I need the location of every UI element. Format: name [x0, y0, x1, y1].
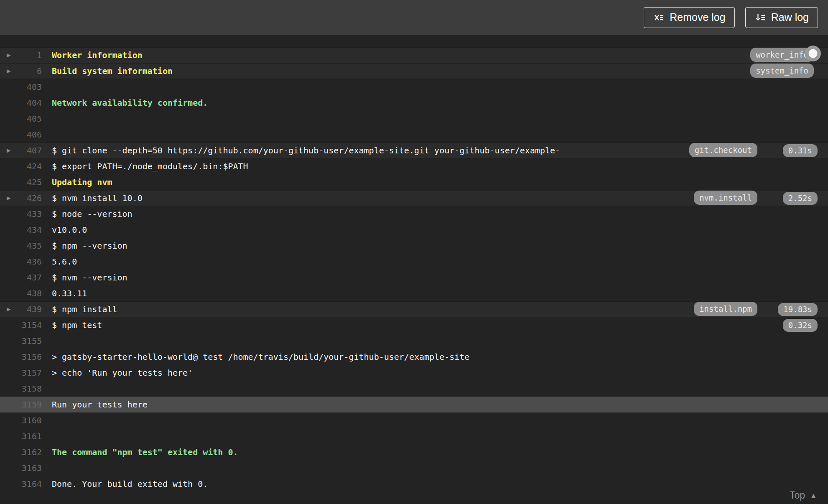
fold-name-badge: nvm.install	[694, 191, 757, 205]
line-number[interactable]: 407	[0, 145, 42, 155]
fold-name-badge: worker_info	[750, 48, 814, 62]
log-text: Network availability confirmed.	[52, 98, 828, 108]
log-line: 403	[0, 79, 828, 95]
fold-toggle-icon[interactable]: ▶	[7, 306, 11, 313]
line-number[interactable]: 404	[0, 98, 42, 108]
log-line: 424$ export PATH=./node_modules/.bin:$PA…	[0, 158, 828, 174]
log-line: 3155	[0, 333, 828, 349]
line-number[interactable]: 3163	[0, 463, 42, 473]
log-text: Updating nvm	[52, 177, 828, 187]
line-number[interactable]: 439	[0, 304, 42, 314]
duration-badge: 0.32s	[783, 319, 818, 332]
line-number[interactable]: 405	[0, 114, 42, 124]
log-line: 425Updating nvm	[0, 174, 828, 190]
log-text: Build system information	[52, 66, 750, 76]
log-line: 3158	[0, 381, 828, 397]
log-line: 405	[0, 111, 828, 127]
raw-log-label: Raw log	[771, 11, 809, 23]
log-view: ▶1Worker informationworker_info▶6Build s…	[0, 35, 828, 492]
line-number[interactable]: 3157	[0, 368, 42, 378]
line-number[interactable]: 3164	[0, 479, 42, 489]
log-line: 3157> echo 'Run your tests here'	[0, 365, 828, 381]
log-text: v10.0.0	[52, 225, 828, 235]
log-line: 437$ nvm --version	[0, 270, 828, 285]
log-line: 3159Run your tests here	[0, 397, 828, 412]
log-line[interactable]: ▶1Worker informationworker_info	[0, 47, 828, 63]
log-line: 3164Done. Your build exited with 0.	[0, 476, 828, 492]
log-line: 3154$ npm test0.32s	[0, 317, 828, 333]
line-number[interactable]: 436	[0, 257, 42, 267]
log-line: 3162The command "npm test" exited with 0…	[0, 444, 828, 460]
line-number[interactable]: 435	[0, 241, 42, 251]
line-number[interactable]: 403	[0, 82, 42, 92]
log-text: Done. Your build exited with 0.	[52, 479, 828, 489]
duration-badge: 0.31s	[783, 144, 818, 157]
remove-log-icon	[653, 12, 664, 23]
top-link[interactable]: Top ▲	[790, 490, 817, 501]
line-number[interactable]: 3156	[0, 352, 42, 362]
line-number[interactable]: 426	[0, 193, 42, 203]
log-text: $ git clone --depth=50 https://github.co…	[52, 145, 689, 155]
remove-log-button[interactable]: Remove log	[644, 7, 734, 28]
log-line: 404Network availability confirmed.	[0, 95, 828, 111]
scroll-indicator-thumb	[809, 49, 818, 58]
log-line: 3163	[0, 460, 828, 476]
fold-toggle-icon[interactable]: ▶	[7, 147, 11, 154]
toolbar: Remove log Raw log	[0, 0, 828, 35]
log-line: 4365.6.0	[0, 254, 828, 270]
log-line[interactable]: ▶439$ npm installinstall.npm19.83s	[0, 301, 828, 317]
log-text: > echo 'Run your tests here'	[52, 368, 828, 378]
log-line[interactable]: ▶407$ git clone --depth=50 https://githu…	[0, 143, 828, 158]
line-number[interactable]: 437	[0, 272, 42, 283]
log-text: > gatsby-starter-hello-world@ test /home…	[52, 352, 828, 362]
remove-log-label: Remove log	[670, 11, 725, 23]
log-text: $ nvm install 10.0	[52, 193, 694, 203]
line-number[interactable]: 3158	[0, 384, 42, 394]
log-text: $ export PATH=./node_modules/.bin:$PATH	[52, 161, 828, 171]
fold-name-badge: system_info	[750, 64, 814, 78]
fold-toggle-icon[interactable]: ▶	[7, 195, 11, 201]
line-number[interactable]: 434	[0, 225, 42, 235]
fold-toggle-icon[interactable]: ▶	[7, 52, 11, 59]
log-line: 3160	[0, 412, 828, 428]
fold-name-badge: install.npm	[694, 302, 757, 316]
line-number[interactable]: 1	[0, 50, 42, 60]
raw-log-button[interactable]: Raw log	[745, 7, 818, 28]
log-line[interactable]: ▶426$ nvm install 10.0nvm.install2.52s	[0, 190, 828, 206]
fold-name-badge: git.checkout	[689, 143, 757, 157]
line-number[interactable]: 3162	[0, 447, 42, 457]
log-line: 3156> gatsby-starter-hello-world@ test /…	[0, 349, 828, 365]
log-text: 0.33.11	[52, 288, 828, 298]
log-line[interactable]: ▶6Build system informationsystem_info	[0, 63, 828, 79]
line-number[interactable]: 433	[0, 209, 42, 219]
log-line: 4380.33.11	[0, 285, 828, 301]
log-text: $ npm test	[52, 320, 772, 330]
log-text: $ nvm --version	[52, 272, 828, 283]
line-number[interactable]: 3160	[0, 415, 42, 425]
log-line: 435$ npm --version	[0, 238, 828, 254]
duration-badge: 2.52s	[783, 192, 818, 205]
log-text: The command "npm test" exited with 0.	[52, 447, 828, 457]
log-text: 5.6.0	[52, 257, 828, 267]
log-line: 433$ node --version	[0, 206, 828, 222]
line-number[interactable]: 3154	[0, 320, 42, 330]
line-number[interactable]: 3161	[0, 431, 42, 441]
line-number[interactable]: 3155	[0, 336, 42, 346]
log-line: 3161	[0, 428, 828, 444]
scroll-to-top-icon: ▲	[810, 492, 817, 499]
fold-toggle-icon[interactable]: ▶	[7, 68, 11, 74]
log-text: $ node --version	[52, 209, 828, 219]
log-text: $ npm --version	[52, 241, 828, 251]
top-link-label: Top	[790, 490, 805, 501]
log-line: 406	[0, 127, 828, 143]
raw-log-icon	[754, 12, 766, 23]
line-number[interactable]: 424	[0, 161, 42, 171]
line-number[interactable]: 438	[0, 288, 42, 298]
line-number[interactable]: 425	[0, 177, 42, 187]
duration-badge: 19.83s	[778, 303, 818, 316]
line-number[interactable]: 3159	[0, 400, 42, 410]
line-number[interactable]: 406	[0, 130, 42, 140]
scroll-indicator[interactable]	[805, 46, 821, 61]
log-line: 434v10.0.0	[0, 222, 828, 238]
line-number[interactable]: 6	[0, 66, 42, 76]
